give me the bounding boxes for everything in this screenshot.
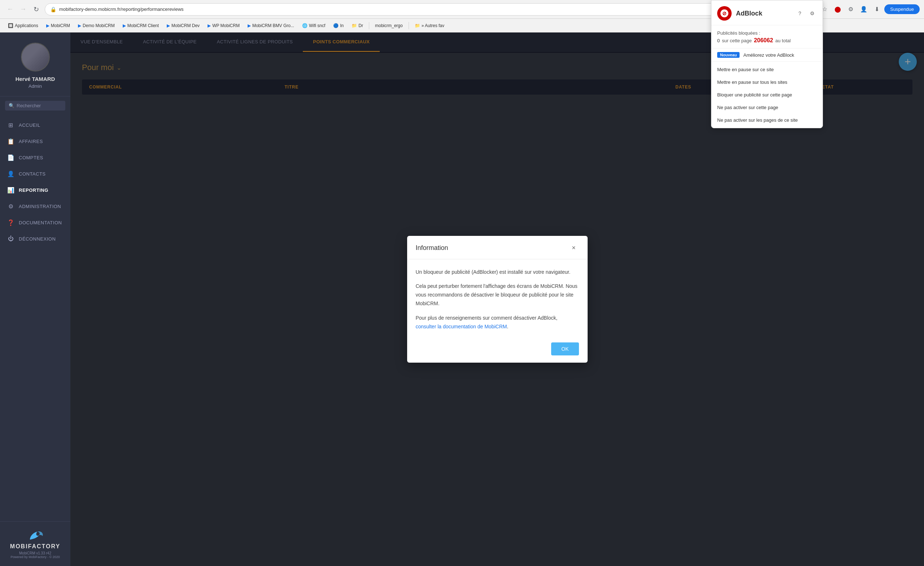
bookmark-mobicrm-dev[interactable]: ▶ MobiCRM Dev: [163, 22, 203, 30]
bookmark-label: WP MobiCRM: [212, 23, 240, 28]
adblock-settings-button[interactable]: ⚙: [807, 9, 817, 18]
bookmark-label: MobiCRM Dev: [171, 23, 200, 28]
adblock-new-badge: Nouveau: [717, 52, 740, 58]
stats-label: Publicités bloquées :: [717, 30, 817, 36]
adblock-logo-inner: ⊘: [720, 9, 728, 17]
sidebar-item-affaires[interactable]: 📋 AFFAIRES: [0, 133, 70, 149]
bookmark-applications[interactable]: 🔲 Applications: [4, 22, 42, 30]
sidebar-item-documentation[interactable]: ❓ DOCUMENTATION: [0, 215, 70, 231]
sidebar-item-administration[interactable]: ⚙ ADMINISTRATION: [0, 198, 70, 215]
adblock-menu-pause-site[interactable]: Mettre en pause sur ce site: [711, 63, 823, 76]
extensions-button[interactable]: ⚙: [845, 4, 856, 15]
stats-row: 0 sur cette page 206062 au total: [717, 37, 817, 44]
bookmark-label: In: [340, 23, 344, 28]
briefcase-icon: 📋: [7, 138, 14, 145]
profile-section: Hervé TAMARD Admin: [0, 33, 70, 96]
adblock-title: AdBlock: [736, 10, 762, 17]
bookmark-label: Demo MobiCRM: [82, 23, 115, 28]
stat-current: 0: [717, 38, 720, 43]
sidebar-label-deconnexion: DÉCONNEXION: [19, 236, 56, 242]
grid-icon: ⊞: [7, 122, 14, 129]
information-modal: Information × Un bloqueur de publicité (…: [407, 236, 588, 363]
documentation-link[interactable]: consulter la documentation de MobiCRM: [416, 324, 507, 330]
nav-buttons: ← → ↻: [4, 4, 42, 15]
search-input[interactable]: [16, 103, 62, 108]
adblock-menu-block-ad[interactable]: Bloquer une publicité sur cette page: [711, 89, 823, 101]
adblock-menu-no-activate-page[interactable]: Ne pas activer sur cette page: [711, 101, 823, 114]
sidebar-logo: MOBIFACTORY MobiCRM v1.33 r42 Powered by…: [0, 521, 70, 566]
adblock-menu-pause-all[interactable]: Mettre en pause sur tous les sites: [711, 76, 823, 89]
bookmark-label: Wifi sncf: [309, 23, 325, 28]
file-icon: 📄: [7, 154, 14, 161]
wifi-icon: 🌐: [302, 23, 308, 28]
browser-actions: ☆ ⬤ ⚙ 👤 ⬇ Suspendue: [819, 4, 920, 15]
account-button[interactable]: 👤: [858, 4, 869, 15]
modal-paragraph-3: Pour plus de renseignements sur comment …: [416, 314, 579, 331]
back-button[interactable]: ←: [4, 4, 16, 15]
sidebar-item-accueil[interactable]: ⊞ ACCUEIL: [0, 117, 70, 133]
forward-button[interactable]: →: [17, 4, 29, 15]
power-icon: ⏻: [7, 235, 14, 242]
bookmark-autres[interactable]: 📁 » Autres fav: [411, 22, 448, 30]
logo: MOBIFACTORY MobiCRM v1.33 r42 Powered by…: [10, 529, 60, 559]
bookmark-in[interactable]: 🔵 In: [330, 22, 347, 30]
sidebar-label-comptes: COMPTES: [19, 155, 44, 160]
bmv-icon: ▶: [248, 23, 251, 28]
bookmark-mobicrm[interactable]: ▶ MobiCRM: [43, 22, 74, 30]
ok-button[interactable]: OK: [551, 342, 579, 355]
sidebar-item-contacts[interactable]: 👤 CONTACTS: [0, 166, 70, 182]
bookmark-wifi[interactable]: 🌐 Wifi sncf: [298, 22, 329, 30]
adblock-stats: Publicités bloquées : 0 sur cette page 2…: [711, 25, 823, 48]
adblock-stop-icon: ⊘: [722, 11, 727, 16]
lock-icon: 🔒: [50, 6, 56, 12]
logo-bird-icon: [26, 529, 44, 543]
bookmark-mobicrm-client[interactable]: ▶ MobiCRM Client: [119, 22, 162, 30]
adblock-menu: Mettre en pause sur ce site Mettre en pa…: [711, 62, 823, 128]
sidebar-item-deconnexion[interactable]: ⏻ DÉCONNEXION: [0, 231, 70, 247]
sidebar-label-contacts: CONTACTS: [19, 171, 46, 177]
reload-button[interactable]: ↻: [30, 4, 42, 15]
bookmark-wp-mobicrm[interactable]: ▶ WP MobiCRM: [204, 22, 243, 30]
modal-paragraph-2: Cela peut perturber fortement l'affichag…: [416, 282, 579, 308]
apps-icon: 🔲: [8, 23, 14, 28]
avatar: [21, 43, 50, 72]
profile-name: Hervé TAMARD: [15, 76, 55, 82]
bookmark-mobicrm-ergo[interactable]: mobicrm_ergo: [371, 22, 406, 30]
modal-title: Information: [416, 244, 448, 252]
download-button[interactable]: ⬇: [871, 4, 882, 15]
adblock-new-row[interactable]: Nouveau Améliorez votre AdBlock: [711, 48, 823, 62]
sidebar-item-comptes[interactable]: 📄 COMPTES: [0, 149, 70, 166]
modal-header: Information ×: [407, 236, 588, 259]
adblock-header: ⊘ AdBlock ? ⚙: [711, 0, 823, 25]
search-wrap[interactable]: 🔍: [5, 101, 65, 110]
bookmark-dr[interactable]: 📁 Dr: [348, 22, 367, 30]
bookmark-label: mobicrm_ergo: [375, 23, 403, 28]
bookmark-label: Applications: [15, 23, 38, 28]
suspended-button[interactable]: Suspendue: [884, 5, 920, 14]
adblock-help-button[interactable]: ?: [795, 9, 804, 18]
search-section: 🔍: [0, 96, 70, 115]
profile-role: Admin: [28, 83, 42, 89]
bookmark-label: MobiCRM: [51, 23, 70, 28]
client-icon: ▶: [123, 23, 126, 28]
adblock-popup: ⊘ AdBlock ? ⚙ Publicités bloquées : 0 su…: [711, 0, 823, 128]
adblock-new-text: Améliorez votre AdBlock: [743, 53, 794, 58]
stat-total-label: au total: [775, 38, 791, 43]
sidebar-label-affaires: AFFAIRES: [19, 139, 43, 144]
address-bar[interactable]: 🔒 mobifactory-demo.mobicrm.fr/reporting/…: [45, 3, 816, 15]
stat-total: 206062: [754, 37, 773, 44]
modal-paragraph-1: Un bloqueur de publicité (AdBlocker) est…: [416, 268, 579, 277]
adblock-menu-no-activate-site[interactable]: Ne pas activer sur les pages de ce site: [711, 114, 823, 126]
logo-text: MOBIFACTORY: [10, 543, 60, 550]
modal-footer: OK: [407, 338, 588, 363]
bookmark-label: MobiCRM Client: [128, 23, 159, 28]
sidebar-label-reporting: REPORTING: [19, 187, 48, 193]
bookmark-label: Dr: [358, 23, 363, 28]
sidebar-label-documentation: DOCUMENTATION: [19, 220, 62, 226]
bookmark-demo-mobicrm[interactable]: ▶ Demo MobiCRM: [74, 22, 118, 30]
bookmark-bmv[interactable]: ▶ MobiCRM BMV Gro...: [244, 22, 298, 30]
opera-icon-button[interactable]: ⬤: [832, 4, 843, 15]
mobicrm-icon: ▶: [46, 23, 50, 28]
modal-close-button[interactable]: ×: [569, 243, 579, 253]
sidebar-item-reporting[interactable]: 📊 REPORTING: [0, 182, 70, 198]
